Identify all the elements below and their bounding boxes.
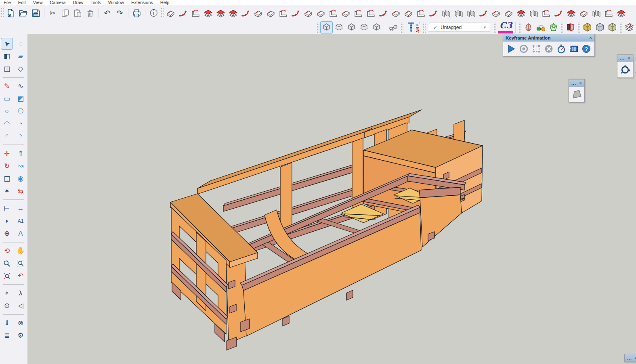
drawing-canvas[interactable]: [27, 34, 636, 364]
move-tool[interactable]: ✛: [1, 148, 13, 159]
keyframe-panel-titlebar[interactable]: Keyframe Animation ×: [503, 34, 594, 42]
polygon-tool[interactable]: ⎔: [15, 105, 27, 117]
section-view-tool[interactable]: ◁: [15, 300, 27, 312]
print-button[interactable]: [130, 7, 143, 19]
extension-tool-6[interactable]: [227, 7, 239, 19]
toolbar-grip[interactable]: [317, 22, 319, 33]
walk-tool[interactable]: λ: [15, 287, 27, 299]
extension-tool-7[interactable]: [239, 7, 252, 19]
menu-draw[interactable]: Draw: [69, 0, 87, 5]
play-animation-button[interactable]: [505, 43, 517, 54]
soap-skin-tool-button[interactable]: [535, 21, 547, 33]
extension-tool-29[interactable]: [515, 7, 527, 19]
line-tool[interactable]: ✎: [1, 80, 13, 92]
extension-tool-1[interactable]: [164, 7, 177, 19]
select-keyframes-button[interactable]: [530, 43, 542, 54]
close-icon[interactable]: ×: [588, 36, 592, 40]
cut-button[interactable]: ✂: [46, 7, 59, 19]
unwrap-tool[interactable]: ⊗: [15, 317, 27, 329]
shell-tool-button[interactable]: [522, 21, 535, 33]
extension-tool-20[interactable]: [402, 7, 415, 19]
extension-tool-5[interactable]: [214, 7, 227, 19]
redo-button[interactable]: ↷: [113, 7, 126, 19]
panel-overflow-dots[interactable]: ...: [571, 81, 577, 86]
extension-tool-31[interactable]: [540, 7, 552, 19]
menu-file[interactable]: File: [0, 0, 15, 5]
extension-tool-21[interactable]: [415, 7, 427, 19]
export-video-button[interactable]: [567, 43, 580, 54]
extension-tool-8[interactable]: [252, 7, 264, 19]
iso-view-button[interactable]: [320, 21, 333, 33]
copy-button[interactable]: [59, 7, 71, 19]
pan-tool[interactable]: ✋: [15, 245, 27, 257]
sharp-corner-button[interactable]: [594, 21, 606, 33]
menu-view[interactable]: View: [29, 0, 46, 5]
freehand-tool[interactable]: ∿: [15, 80, 27, 92]
menu-extensions[interactable]: Extensions: [128, 0, 157, 5]
delete-keyframes-button[interactable]: [542, 43, 555, 54]
extension-tool-24[interactable]: [452, 7, 465, 19]
menu-edit[interactable]: Edit: [15, 0, 29, 5]
abf-tool-button[interactable]: ABF_: [404, 21, 422, 34]
shape-panel-titlebar[interactable]: ... ×: [569, 79, 584, 87]
extension-tool-16[interactable]: [352, 7, 365, 19]
three-point-arc-tool[interactable]: ◝: [15, 130, 27, 142]
extension-tool-19[interactable]: [390, 7, 402, 19]
turntable-animation-button[interactable]: [619, 64, 632, 76]
arc-tool[interactable]: ◠: [1, 118, 13, 130]
offset-tool[interactable]: ◉: [15, 173, 27, 184]
toolbar-grip[interactable]: [401, 22, 403, 33]
c3-plugin-button[interactable]: C3: [497, 21, 513, 34]
zoom-extents-tool[interactable]: [1, 270, 13, 282]
close-icon[interactable]: ×: [633, 356, 636, 360]
zoom-selection-button[interactable]: [387, 21, 400, 33]
back-view-button[interactable]: [370, 21, 383, 33]
extension-tool-15[interactable]: [340, 7, 352, 19]
dimension-tool[interactable]: ↔: [15, 203, 27, 214]
orbit-tool[interactable]: ⟲: [1, 245, 13, 257]
rotate-tool[interactable]: ↻: [1, 160, 13, 172]
extension-tool-32[interactable]: [552, 7, 565, 19]
follow-me-tool[interactable]: ↝: [15, 160, 27, 172]
top-view-button[interactable]: [333, 21, 345, 33]
extension-tool-2[interactable]: [177, 7, 189, 19]
round-corner-button[interactable]: [581, 21, 594, 33]
collapsed-panel-titlebar[interactable]: ... ×: [625, 354, 636, 362]
close-icon[interactable]: ×: [626, 56, 630, 61]
eraser-tool[interactable]: ▰: [15, 50, 27, 62]
zoom-window-tool[interactable]: [15, 257, 27, 269]
extension-tool-34[interactable]: [577, 7, 590, 19]
extension-tool-27[interactable]: [490, 7, 502, 19]
axes-tool[interactable]: ⊕: [1, 228, 13, 239]
delete-button[interactable]: [84, 7, 97, 19]
toolbar-grip[interactable]: [1, 8, 4, 18]
extension-tool-14[interactable]: [327, 7, 340, 19]
extension-tool-26[interactable]: [477, 7, 490, 19]
tape-measure-tool[interactable]: ⊢: [1, 203, 13, 214]
extension-tool-33[interactable]: [565, 7, 577, 19]
toolbar-grip[interactable]: [619, 22, 622, 33]
extension-tool-23[interactable]: [440, 7, 452, 19]
svg-export-tool-button[interactable]: [623, 21, 636, 33]
lasso-tool[interactable]: ◌: [15, 38, 27, 50]
extension-tool-11[interactable]: [290, 7, 302, 19]
panel-overflow-dots[interactable]: ...: [627, 356, 633, 360]
undo-button[interactable]: ↶: [101, 7, 113, 19]
menu-window[interactable]: Window: [105, 0, 128, 5]
extension-tool-36[interactable]: [602, 7, 615, 19]
paste-button[interactable]: [71, 7, 84, 19]
turntable-panel-titlebar[interactable]: ... ×: [617, 55, 633, 62]
select-tool[interactable]: ➤: [1, 38, 13, 50]
front-view-button[interactable]: [345, 21, 358, 33]
get-models-tool[interactable]: ⇓: [1, 317, 13, 329]
new-document-button[interactable]: [4, 7, 17, 19]
push-pull-tool[interactable]: ⇑: [15, 148, 27, 159]
save-button[interactable]: [29, 7, 42, 19]
artisan-tool-button[interactable]: [547, 21, 560, 33]
extension-tool-10[interactable]: [277, 7, 290, 19]
bevel-corner-button[interactable]: [606, 21, 619, 33]
layers-export-tool[interactable]: ≣: [1, 330, 13, 341]
model-info-button[interactable]: ⓘ: [147, 7, 160, 19]
right-view-button[interactable]: [358, 21, 370, 33]
extension-tool-30[interactable]: [527, 7, 540, 19]
